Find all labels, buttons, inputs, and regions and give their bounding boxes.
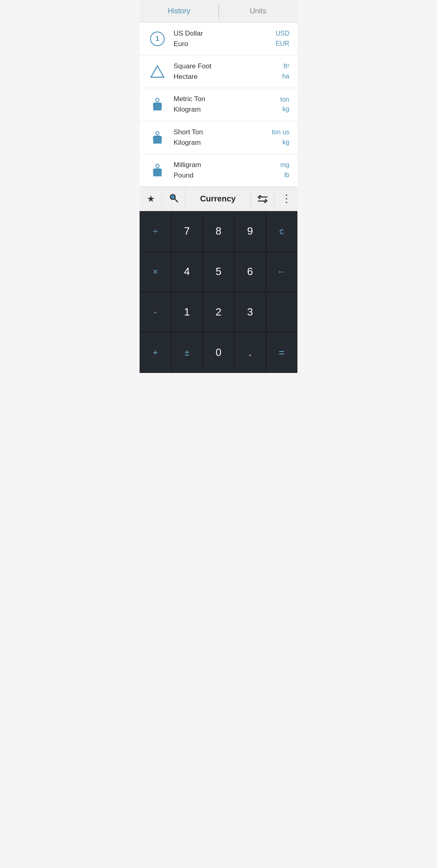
seven-key[interactable]: 7 (171, 211, 203, 252)
header-tabs: History Units (140, 0, 297, 23)
five-key[interactable]: 5 (203, 252, 234, 292)
unit-to: EUR (276, 40, 289, 48)
eight-key[interactable]: 8 (203, 211, 234, 252)
weight-svg (150, 130, 165, 145)
unit-to: ha (282, 72, 289, 81)
dot-key[interactable]: . (234, 332, 266, 373)
conversion-labels: Short Ton Kilogram (174, 128, 272, 147)
unit-from: mg (280, 161, 289, 169)
label-to: Euro (174, 40, 276, 49)
list-item[interactable]: 1 US Dollar Euro USD EUR (140, 23, 297, 55)
unit-to: kg (282, 138, 289, 147)
clear-key[interactable]: c (266, 211, 297, 252)
area-icon (148, 62, 167, 81)
svg-line-5 (175, 199, 178, 202)
empty1-key[interactable] (266, 292, 297, 332)
conversion-units: ton kg (280, 95, 289, 114)
svg-marker-0 (151, 66, 164, 77)
unit-from: ton us (272, 128, 289, 137)
unit-from: ft² (284, 62, 289, 71)
label-from: Square Foot (174, 62, 282, 71)
two-key[interactable]: 2 (203, 292, 234, 332)
three-key[interactable]: 3 (234, 292, 266, 332)
tab-history[interactable]: History (140, 0, 218, 22)
swap-button[interactable] (251, 187, 275, 211)
six-key[interactable]: 6 (234, 252, 266, 292)
conversion-labels: Square Foot Hectare (174, 62, 282, 81)
weight-icon (148, 95, 167, 114)
conversion-units: mg lb (280, 161, 289, 180)
weight-icon (148, 128, 167, 147)
minus-key[interactable]: - (140, 292, 171, 332)
swap-icon (257, 194, 268, 204)
list-item[interactable]: Milligram Pound mg lb (140, 154, 297, 187)
nine-key[interactable]: 9 (234, 211, 266, 252)
search-icon (169, 193, 178, 205)
more-icon: ⋮ (281, 193, 291, 205)
unit-from: ton (280, 95, 289, 104)
label-to: Hectare (174, 72, 282, 81)
unit-to: kg (282, 105, 289, 114)
tab-units[interactable]: Units (219, 0, 298, 22)
plusminus-key[interactable]: ± (171, 332, 203, 373)
favorites-button[interactable]: ★ (140, 187, 162, 211)
conversion-units: USD EUR (276, 30, 289, 48)
tab-history-label: History (168, 7, 190, 15)
label-to: Pound (174, 171, 280, 180)
weight-icon (148, 161, 167, 180)
svg-point-3 (156, 164, 159, 167)
list-item[interactable]: Square Foot Hectare ft² ha (140, 55, 297, 88)
svg-point-1 (156, 98, 159, 102)
tab-units-label: Units (250, 7, 266, 15)
label-to: Kilogram (174, 138, 272, 147)
label-to: Kilogram (174, 105, 280, 114)
toolbar-title: Currency (185, 187, 251, 211)
label-from: Metric Ton (174, 95, 280, 104)
conversion-list: 1 US Dollar Euro USD EUR Square Foot Hec… (140, 23, 297, 187)
svg-point-2 (156, 131, 159, 135)
numpad: ÷789c×456←-123+±0.= (140, 211, 297, 373)
conversion-units: ft² ha (282, 62, 289, 81)
multiply-key[interactable]: × (140, 252, 171, 292)
one-key[interactable]: 1 (171, 292, 203, 332)
list-item[interactable]: Short Ton Kilogram ton us kg (140, 121, 297, 154)
star-icon: ★ (147, 194, 155, 204)
divide-key[interactable]: ÷ (140, 211, 171, 252)
backspace-key[interactable]: ← (266, 252, 297, 292)
toolbar-title-text: Currency (200, 194, 236, 203)
conversion-labels: Metric Ton Kilogram (174, 95, 280, 114)
more-button[interactable]: ⋮ (275, 187, 297, 211)
unit-to: lb (284, 171, 289, 180)
unit-from: USD (276, 30, 289, 38)
search-button[interactable] (162, 187, 185, 211)
conversion-units: ton us kg (272, 128, 289, 147)
plus-key[interactable]: + (140, 332, 171, 373)
label-from: Short Ton (174, 128, 272, 137)
triangle-svg (150, 64, 165, 79)
equals-key[interactable]: = (266, 332, 297, 373)
weight-svg (150, 163, 165, 178)
zero-key[interactable]: 0 (203, 332, 234, 373)
bottom-toolbar: ★ Currency ⋮ (140, 187, 297, 211)
conversion-labels: Milligram Pound (174, 161, 280, 180)
label-from: US Dollar (174, 29, 276, 38)
four-key[interactable]: 4 (171, 252, 203, 292)
conversion-labels: US Dollar Euro (174, 29, 276, 49)
currency-icon: 1 (148, 29, 167, 49)
weight-svg (150, 97, 165, 112)
label-from: Milligram (174, 161, 280, 169)
list-item[interactable]: Metric Ton Kilogram ton kg (140, 88, 297, 121)
